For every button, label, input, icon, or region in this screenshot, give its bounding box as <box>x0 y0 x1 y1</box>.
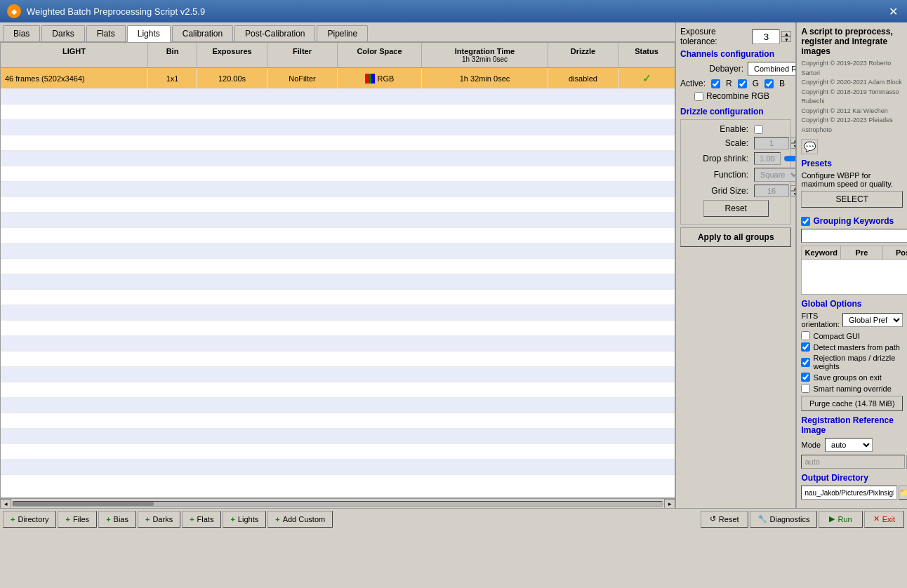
registration-section: Registration Reference Image Mode auto 📁 <box>801 415 903 469</box>
output-path-input[interactable] <box>801 486 897 500</box>
b-checkbox[interactable] <box>764 79 774 88</box>
bias-button[interactable]: + Bias <box>98 511 136 528</box>
presets-select-button[interactable]: SELECT <box>801 191 903 208</box>
tab-lights[interactable]: Lights <box>127 25 171 42</box>
drizzle-function-row: Function: Square <box>685 168 786 182</box>
table-row-empty-22 <box>1 413 675 429</box>
add-custom-button[interactable]: + Add Custom <box>267 511 333 528</box>
save-groups-checkbox[interactable] <box>801 373 810 382</box>
rejection-maps-checkbox[interactable] <box>801 358 810 367</box>
chat-icon[interactable]: 💬 <box>801 139 818 154</box>
fits-orientation-select[interactable]: Global Pref <box>842 313 903 327</box>
reset-bottom-button[interactable]: ↺ Reset <box>701 511 748 528</box>
cell-drizzle: disabled <box>548 68 618 88</box>
g-checkbox[interactable] <box>738 79 747 88</box>
table-row-empty-7 <box>1 182 675 197</box>
lights-button[interactable]: + Lights <box>223 511 266 528</box>
output-directory-title: Output Directory <box>801 473 903 483</box>
copyright-5: Copyright © 2012-2023 Pleiades Astrophot… <box>801 116 903 135</box>
scroll-thumb[interactable] <box>13 502 154 506</box>
table-row[interactable]: 46 frames (5202x3464) 1x1 120.00s NoFilt… <box>1 68 675 89</box>
directory-button[interactable]: + Directory <box>3 511 56 528</box>
detect-masters-checkbox[interactable] <box>801 342 810 352</box>
copyright-4: Copyright © 2012 Kai Wiechen <box>801 107 903 116</box>
diagnostics-button[interactable]: 🔧 Diagnostics <box>750 511 818 528</box>
tab-darks[interactable]: Darks <box>41 25 84 41</box>
flats-plus-icon: + <box>190 515 194 523</box>
recombine-rgb-checkbox[interactable] <box>694 92 703 101</box>
drizzle-drop-shrink-row: Drop shrink: <box>685 152 786 165</box>
drizzle-grid-up[interactable]: ▲ <box>790 185 796 191</box>
col-integration-time: Integration Time 1h 32min 0sec <box>422 43 548 67</box>
drizzle-drop-shrink-slider[interactable] <box>783 153 796 164</box>
rejection-maps-row: Rejection maps / drizzle weights <box>801 354 903 370</box>
table-row-empty-11 <box>1 243 675 259</box>
grouping-checkbox[interactable] <box>801 217 810 226</box>
debayer-label: Debayer: <box>680 64 743 74</box>
drizzle-section-header[interactable]: Drizzle configuration <box>680 107 791 116</box>
smart-naming-checkbox[interactable] <box>801 384 810 393</box>
exit-button[interactable]: ✕ Exit <box>864 511 904 528</box>
table-row-empty-18 <box>1 352 675 367</box>
close-button[interactable]: ✕ <box>886 4 900 18</box>
darks-button[interactable]: + Darks <box>138 511 180 528</box>
drop-shrink-container <box>754 152 796 165</box>
debayer-select[interactable]: Combined RGB <box>748 62 796 76</box>
drizzle-enable-checkbox[interactable] <box>754 125 763 134</box>
output-directory-section: Output Directory 📁 <box>801 473 903 500</box>
tabs-bar: Bias Darks Flats Lights Calibration Post… <box>0 22 675 42</box>
scroll-left-button[interactable]: ◂ <box>0 499 11 509</box>
keyword-input[interactable] <box>801 229 907 243</box>
table-row-empty-5 <box>1 151 675 166</box>
rejection-maps-label: Rejection maps / drizzle weights <box>813 354 903 370</box>
tab-pipeline[interactable]: Pipeline <box>317 25 368 41</box>
exposure-tolerance-input[interactable] <box>752 29 780 44</box>
run-button[interactable]: ▶ Run <box>819 511 862 528</box>
left-content: Bias Darks Flats Lights Calibration Post… <box>0 22 676 508</box>
channels-section-header[interactable]: Channels configuration <box>680 49 791 59</box>
purge-cache-button[interactable]: Purge cache (14.78 MiB) <box>801 396 903 411</box>
tab-bias[interactable]: Bias <box>3 25 40 41</box>
presets-description: Configure WBPP for maximum speed or qual… <box>801 171 903 188</box>
copyright-3: Copyright © 2018-2019 Tommasso Rubechi <box>801 88 903 107</box>
drizzle-grid-down[interactable]: ▼ <box>790 191 796 196</box>
drizzle-grid-size-row: Grid Size: ▲ ▼ <box>685 185 786 197</box>
reset-icon: ↺ <box>710 514 716 523</box>
spinner-up[interactable]: ▲ <box>781 31 791 36</box>
apply-to-all-groups-button[interactable]: Apply to all groups <box>680 227 791 247</box>
drizzle-function-select[interactable]: Square <box>754 168 796 182</box>
spinner-down[interactable]: ▼ <box>781 36 791 42</box>
compact-gui-row: Compact GUI <box>801 331 903 340</box>
rgb-swatch <box>365 74 375 83</box>
tab-calibration[interactable]: Calibration <box>172 25 233 41</box>
drizzle-grid-size-input[interactable] <box>754 185 789 197</box>
mode-select[interactable]: auto <box>825 438 873 452</box>
drizzle-drop-shrink-input[interactable] <box>754 152 781 165</box>
compact-gui-checkbox[interactable] <box>801 331 810 340</box>
flats-button[interactable]: + Flats <box>182 511 221 528</box>
drizzle-scale-input[interactable] <box>754 137 789 149</box>
presets-title: Presets <box>801 159 903 168</box>
recombine-rgb-row: Recombine RGB <box>694 91 791 101</box>
tab-post-calibration[interactable]: Post-Calibration <box>234 25 315 41</box>
output-folder-button[interactable]: 📁 <box>899 486 907 500</box>
scroll-track[interactable] <box>13 501 663 507</box>
files-button[interactable]: + Files <box>58 511 97 528</box>
table-header: LIGHT Bin Exposures Filter Color Space I… <box>1 43 675 68</box>
table-row-empty-2 <box>1 105 675 120</box>
col-filter: Filter <box>267 43 338 67</box>
info-description: A script to preprocess, register and int… <box>801 27 903 56</box>
keyword-input-row: + <box>801 229 907 243</box>
r-checkbox[interactable] <box>711 79 720 88</box>
recombine-rgb-label: Recombine RGB <box>706 91 769 101</box>
g-label: G <box>753 79 759 88</box>
table-row-empty-15 <box>1 305 675 321</box>
tab-flats[interactable]: Flats <box>86 25 126 41</box>
mode-label: Mode <box>801 441 821 449</box>
horizontal-scrollbar[interactable]: ◂ ▸ <box>0 498 675 508</box>
scroll-right-button[interactable]: ▸ <box>664 499 675 509</box>
auto-input[interactable] <box>801 455 905 469</box>
drizzle-scale-up[interactable]: ▲ <box>790 138 796 143</box>
drizzle-reset-button[interactable]: Reset <box>703 200 769 217</box>
drizzle-scale-down[interactable]: ▼ <box>790 143 796 149</box>
